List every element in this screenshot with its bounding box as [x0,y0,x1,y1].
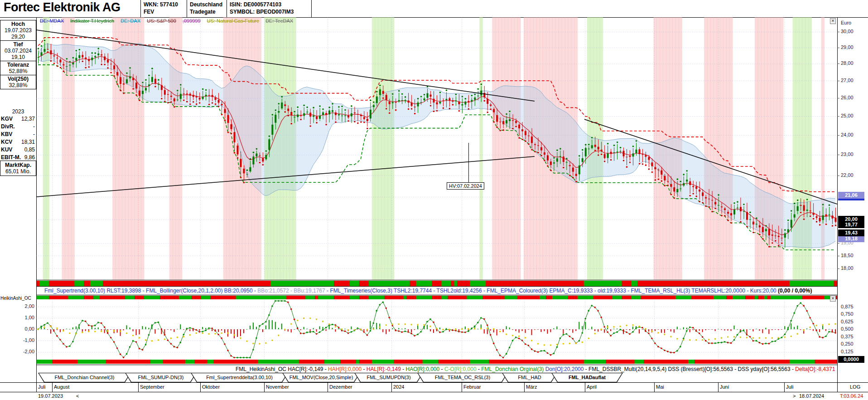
stat-value: 18,31 [21,138,35,146]
close-icon[interactable]: ✕ [830,18,836,24]
benchmark-item[interactable]: ,099999 [183,18,201,24]
legend-segment: HAL[R]:-0,149 [366,366,401,372]
legend-segment: - [477,366,482,372]
indicator-panel-label: HeikinAshi_OC [0,296,31,301]
osc-left-tick: 2,00 [19,303,34,309]
range-start-date: 19.07.2023 [38,393,63,399]
scale-mode-label: LOG [850,384,860,390]
price-tick-label: 24,00 [841,132,854,137]
range-end-date: 18.07.2024 [799,393,824,399]
osc-right-tick: 0,375 [841,334,854,339]
tab-fml-tema-oc-rsl-3-[interactable]: FML_TEMA_OC_RSL(3) [417,373,508,382]
benchmark-item[interactable]: US: Natural Gas-Future [207,18,260,24]
benchmark-item[interactable]: DE: TecDAX [265,18,293,24]
month-label: Februar [463,384,481,390]
tab-label: FML_SUMUP-DN(3) [125,373,196,382]
benchmark-item[interactable]: DE: MDAX [40,18,64,24]
axis-tick-mark [837,256,839,256]
sidebar-block-value: 19.07.2023 [0,27,36,34]
axis-tick-mark [837,48,839,48]
price-tick-label: 30,00 [841,29,854,34]
fundamental-stats: 2023 KGV12,37DivR.-KBV-KCV18,31KUV0,85EB… [0,108,36,161]
indicator-chart-canvas[interactable] [36,295,837,365]
price-tick-label: 27,00 [841,78,854,83]
sidebar-block-value: 19,10 [0,54,36,60]
stat-value: - [33,131,35,138]
tab-fml-hadauflat[interactable]: FML_HADauflat [551,373,623,382]
axis-tick-mark [837,63,839,64]
legend-segment: HAH[R]:0,000 [328,366,362,372]
indicator-tabs: FML_Donchian Channel(3)FML_SUMUP-DN(3)Fm… [38,373,623,382]
legend-segment: - [362,366,366,372]
month-separator [52,382,53,392]
osc-right-tick: 0,875 [841,304,854,309]
stat-row: KUV0,85 [0,146,36,154]
stat-value: 12,37 [21,115,35,123]
stat-label: DivR. [1,123,15,131]
month-label: Juli [38,384,46,390]
price-badge: 19,18 [838,235,864,242]
legend-segment: HAO[R]:0,000 [406,366,440,372]
tab-fml-donchian-channel-3-[interactable]: FML_Donchian Channel(3) [38,373,131,382]
legend-segment: Fml_Supertrend(3.00,10) RLST:19,3898 - F… [44,288,257,294]
price-tick-label: 28,00 [841,60,854,66]
axis-tick-mark [837,243,839,244]
legend-segment: Don[O]:20,2000 [545,366,584,372]
price-tick-label: 18,00 [841,265,854,271]
legend-segment: FML_HeikinAshi_OC HAC[R]:-0,149 - [236,366,328,372]
chart-annotation: HV:07.02.2024 [447,182,484,190]
stat-row: KBV- [0,131,36,138]
wkn-label: WKN: 577410 [144,1,184,8]
legend-segment: BBo:21,0572 - BBu:19,1767 [257,288,325,294]
stat-row: DivR.- [0,123,36,131]
instrument-title: Fortec Elektronik AG [4,0,121,15]
month-separator [462,382,462,392]
tab-fml-mov-close-20-simple-[interactable]: FML_MOV(Close,20,Simple) [282,373,360,382]
month-label: Oktober [202,384,220,390]
tab-fml-supertrenddelta-3-00-10-[interactable]: Fml_Supertrenddelta(3.00,10) [191,373,288,382]
scroll-right-arrow[interactable]: > [793,393,796,399]
country-label: Deutschland [190,1,224,8]
osc-right-tick: 0,500 [841,326,854,332]
sidebar-block: Tief03.07.202419,10 [0,41,36,61]
sidebar-block: Vol(250)32,88% [0,75,36,89]
tab-label: FML_SUMUPDN(3) [355,373,423,382]
close-icon[interactable]: ✕ [830,296,836,302]
legend-segment: (0,00 / 0,00%) [778,288,812,294]
month-label: März [526,384,537,390]
marketcap-title: MarktKap. [0,162,36,168]
osc-left-tick: 1,00 [19,315,34,320]
stat-label: KCV [1,138,12,146]
tab-label: Fml_Supertrenddelta(3.00,10) [191,373,288,382]
price-tick-label: 23,00 [841,151,854,157]
legend-segment: - FML_Timeseries(Close,3) TSHL2:19,7744 … [325,288,778,294]
axis-tick-mark [837,116,839,117]
benchmark-item[interactable]: DE: DAX [121,18,140,24]
tab-fml-had[interactable]: FML_HAD [502,373,557,382]
tab-fml-sumupdn-3-[interactable]: FML_SUMUPDN(3) [354,373,423,382]
price-badge: 19,43 [838,229,864,236]
tab-fml-sumup-dn-3-[interactable]: FML_SUMUP-DN(3) [125,373,197,382]
osc-right-tick: 0,750 [841,311,854,317]
scroll-left-arrow[interactable]: < [76,393,79,399]
month-separator [328,382,328,392]
stat-label: KUV [1,146,12,154]
stat-value: - [33,123,35,131]
sidebar-block-title: Hoch [0,21,36,27]
isin-cell: ISIN: DE0005774103 SYMBOL: BPEOD007IM3 [227,0,312,17]
price-tick-label: 29,00 [841,44,854,50]
sidebar-block: Hoch19.07.202329,20 [0,20,36,41]
axis-tick-mark [837,32,839,32]
benchmark-item[interactable]: US: S&P 500 [147,18,176,24]
sidebar-block-value: 29,20 [0,34,36,40]
axis-tick-mark [837,81,839,81]
benchmark-item[interactable]: Indikator T.Heydrich [70,18,114,24]
month-label: August [54,384,69,390]
price-badge: 20,00 [838,216,864,223]
month-label: Juli [786,384,794,390]
legend-segment: - [401,366,406,372]
month-label: November [266,384,289,390]
price-chart-canvas[interactable] [36,17,837,287]
month-label: 2024 [393,384,404,390]
axis-tick-mark [837,135,839,136]
